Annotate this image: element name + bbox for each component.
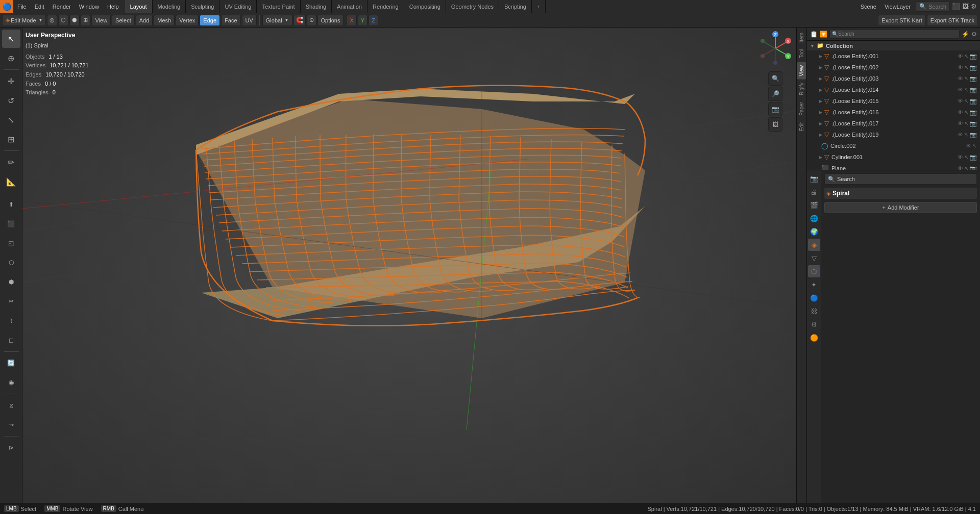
prop-icon-physics[interactable]: 🔵 — [808, 292, 820, 304]
prop-icon-object[interactable]: ◈ — [808, 239, 820, 251]
zoom-out-btn[interactable]: 🔎 — [768, 87, 782, 101]
prop-search-input[interactable]: 🔍 Search — [824, 173, 977, 185]
tool-smooth[interactable]: ◉ — [2, 373, 20, 392]
vis-icon[interactable]: 👁 — [958, 154, 963, 160]
top-search[interactable]: 🔍 Search — [916, 2, 950, 12]
tool-spin[interactable]: 🔄 — [2, 354, 20, 372]
mesh-btn[interactable]: Mesh — [154, 15, 175, 26]
tab-view[interactable]: View — [797, 62, 806, 80]
axis-z[interactable]: Z — [369, 15, 378, 26]
tool-move[interactable]: ✛ — [2, 72, 20, 90]
render-icon[interactable]: 📷 — [970, 87, 977, 93]
vis-icon[interactable]: 👁 — [966, 143, 971, 149]
render-icon[interactable]: 📷 — [970, 53, 977, 60]
tab-uv-editing[interactable]: UV Editing — [219, 0, 257, 13]
sel-icon[interactable]: ↖ — [964, 75, 969, 82]
menu-edit[interactable]: Edit — [31, 0, 48, 13]
tab-sculpting[interactable]: Sculpting — [186, 0, 219, 13]
sel-icon[interactable]: ↖ — [964, 120, 969, 127]
vis-icon[interactable]: 👁 — [958, 120, 963, 126]
tab-paper[interactable]: Paper — [797, 99, 806, 119]
tool-transform[interactable]: ⊞ — [2, 130, 20, 148]
export-stk-kart-btn[interactable]: Export STK Kart — [878, 15, 925, 26]
outliner-item-6[interactable]: ▶ ▽ .(Loose Entity).017 👁 ↖ 📷 — [807, 118, 980, 129]
tool-rotate[interactable]: ↺ — [2, 91, 20, 110]
collection-expand-icon[interactable]: ▼ — [810, 43, 815, 48]
render-icon[interactable]: 📷 — [970, 132, 977, 138]
render-icon[interactable]: 📷 — [970, 75, 977, 82]
tool-rip[interactable]: ⊳ — [2, 439, 20, 457]
outliner-item-2[interactable]: ▶ ▽ .(Loose Entity).003 👁 ↖ 📷 — [807, 73, 980, 84]
prop-icon-world[interactable]: 🌍 — [808, 225, 820, 238]
vis-icon[interactable]: 👁 — [958, 165, 963, 170]
tool-scale[interactable]: ⤡ — [2, 111, 20, 129]
tool-shrink[interactable]: ⊸ — [2, 416, 20, 434]
menu-render[interactable]: Render — [48, 0, 75, 13]
vis-icon[interactable]: 👁 — [958, 132, 963, 138]
outliner-item-0[interactable]: ▶ ▽ .(Loose Entity).001 👁 ↖ 📷 — [807, 50, 980, 62]
render-icon[interactable]: 📷 — [970, 154, 977, 161]
snap-btn-1[interactable]: ◎ — [47, 15, 57, 26]
camera-btn[interactable]: 📷 — [768, 102, 782, 116]
outliner-item-3[interactable]: ▶ ▽ .(Loose Entity).014 👁 ↖ 📷 — [807, 84, 980, 95]
axis-x[interactable]: X — [347, 15, 356, 26]
vis-icon[interactable]: 👁 — [958, 75, 963, 82]
outliner-icon-1[interactable]: 📋 — [810, 31, 818, 38]
vis-icon[interactable]: 👁 — [958, 64, 963, 70]
mode-dropdown[interactable]: ◈ Edit Mode ▼ — [2, 15, 46, 26]
proportional-edit[interactable]: ⊙ — [307, 15, 316, 26]
top-icon-3[interactable]: ⚙ — [971, 3, 977, 10]
vis-icon[interactable]: 👁 — [958, 109, 963, 115]
prop-icon-scene[interactable]: 🌐 — [808, 212, 820, 224]
sel-icon[interactable]: ↖ — [964, 109, 969, 116]
tab-item[interactable]: Item — [797, 30, 806, 45]
axis-y[interactable]: Y — [358, 15, 368, 26]
render-preview-btn[interactable]: 🖼 — [768, 117, 782, 132]
render-icon[interactable]: 📷 — [970, 165, 977, 171]
outliner-item-4[interactable]: ▶ ▽ .(Loose Entity).015 👁 ↖ 📷 — [807, 95, 980, 107]
tool-cursor[interactable]: ⊕ — [2, 49, 20, 67]
tab-layout[interactable]: Layout — [125, 0, 153, 13]
snap-btn-3[interactable]: ⬢ — [69, 15, 80, 26]
sel-icon[interactable]: ↖ — [964, 154, 969, 161]
prop-icon-particles[interactable]: ✦ — [808, 278, 820, 291]
options-btn[interactable]: Options — [317, 15, 344, 26]
outliner-item-9[interactable]: ▶ ▽ Cylinder.001 👁 ↖ 📷 — [807, 151, 980, 163]
viewlayer-selector[interactable]: ViewLayer — [881, 3, 914, 11]
prop-icon-data[interactable]: ⚙ — [808, 318, 820, 330]
tab-rendering[interactable]: Rendering — [368, 0, 404, 13]
tab-rigify[interactable]: Rigify — [797, 80, 806, 98]
tab-animation[interactable]: Animation — [332, 0, 368, 13]
sel-icon[interactable]: ↖ — [964, 53, 969, 60]
tool-bisect[interactable]: ⌇ — [2, 312, 20, 330]
tool-shear[interactable]: ⧖ — [2, 396, 20, 415]
top-icon-1[interactable]: ⬛ — [952, 3, 960, 10]
view-btn[interactable]: View — [91, 15, 111, 26]
sel-icon[interactable]: ↖ — [964, 64, 969, 71]
tool-knife[interactable]: ✂ — [2, 292, 20, 311]
outliner-item-8[interactable]: ◯ Circle.002 👁 ↖ — [807, 140, 980, 151]
outliner-item-10[interactable]: ⬛ Plane 👁 ↖ 📷 — [807, 163, 980, 170]
add-btn[interactable]: Add — [136, 15, 153, 26]
outliner-search[interactable]: 🔍 Search — [829, 30, 960, 39]
sel-icon[interactable]: ↖ — [964, 87, 969, 93]
tool-select[interactable]: ↖ — [2, 30, 20, 48]
snap-magnet[interactable]: 🧲 — [293, 15, 306, 26]
transform-dropdown[interactable]: Global ▼ — [262, 15, 292, 26]
prop-icon-mesh[interactable]: ▽ — [808, 252, 820, 264]
tool-poly-build[interactable]: ◻ — [2, 331, 20, 349]
menu-file[interactable]: File — [13, 0, 31, 13]
outliner-icon-2[interactable]: 🔽 — [820, 31, 827, 38]
zoom-in-btn[interactable]: 🔍 — [768, 71, 782, 86]
vertex-btn[interactable]: Vertex — [176, 15, 199, 26]
tool-loop-cut[interactable]: ⬡ — [2, 253, 20, 272]
sel-icon[interactable]: ↖ — [964, 132, 969, 138]
tab-tool[interactable]: Tool — [797, 46, 806, 61]
edge-btn[interactable]: Edge — [200, 15, 220, 26]
tool-inset[interactable]: ⬛ — [2, 215, 20, 233]
prop-icon-render[interactable]: 📷 — [808, 172, 820, 185]
sel-icon[interactable]: ↖ — [964, 165, 969, 171]
vis-icon[interactable]: 👁 — [958, 98, 963, 104]
render-icon[interactable]: 📷 — [970, 109, 977, 116]
tab-geometry-nodes[interactable]: Geometry Nodes — [446, 0, 499, 13]
